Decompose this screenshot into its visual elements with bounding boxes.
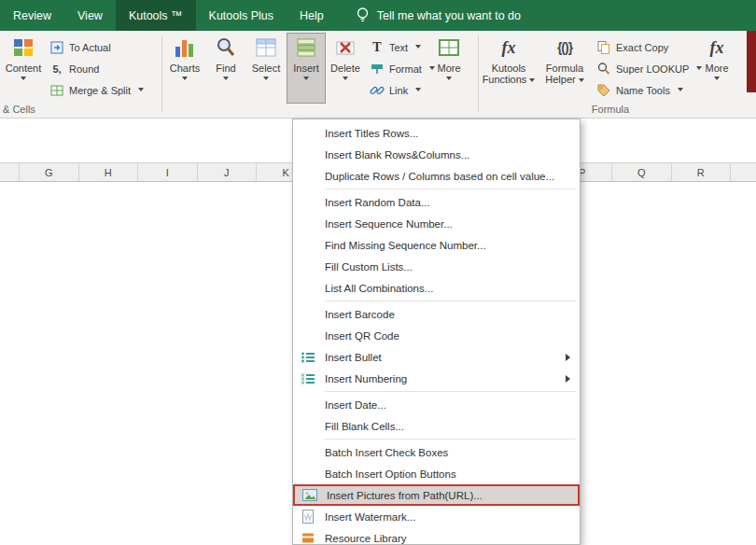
column-header[interactable]: G [20,163,79,181]
menu-item-insert-sequence-number[interactable]: Insert Sequence Number... [293,213,580,234]
menu-separator [325,189,576,189]
formula-group-label: Formula [480,104,741,118]
formula-group-content: fx Kutools Functions {()} Formula Helper… [480,31,741,104]
column-header[interactable]: R [672,163,732,181]
ribbon-group-editing: Charts Find Select I [163,31,477,118]
select-icon [254,35,278,60]
charts-icon [173,35,197,60]
find-button[interactable]: Find [206,33,245,104]
insert-button[interactable]: Insert [287,33,326,104]
blank-icon [301,169,317,184]
column-header[interactable]: J [198,163,258,181]
text-icon: T [370,40,385,55]
to-actual-icon [49,40,64,55]
menu-item-insert-qr-code[interactable]: Insert QR Code [293,325,580,346]
column-header[interactable]: I [138,163,198,181]
link-icon [370,83,385,98]
blank-icon [301,445,317,460]
blank-icon [301,238,317,253]
more-formula-button[interactable]: fx More [696,33,737,104]
ribbon: Content To Actual 5, Round [0,31,756,119]
delete-icon [333,35,357,60]
name-tools-button[interactable]: Name Tools [592,79,696,101]
format-icon [370,62,385,77]
kutools-functions-button[interactable]: fx Kutools Functions [480,33,538,104]
blank-icon [301,281,317,296]
blank-icon [301,419,317,434]
menu-item-batch-insert-check-boxes[interactable]: Batch Insert Check Boxes [293,441,580,463]
menu-item-insert-pictures-from-path-url[interactable]: Insert Pictures from Path(URL)... [293,484,580,506]
to-actual-label: To Actual [69,42,111,53]
super-lookup-button[interactable]: Super LOOKUP [592,58,696,79]
table-grid-icon [437,35,461,60]
editing-group-label [163,104,477,118]
charts-label: Charts [170,63,200,74]
menu-item-insert-titles-rows[interactable]: Insert Titles Rows... [293,122,580,144]
menu-separator [325,439,576,440]
chevron-down-icon [223,77,229,80]
tab-kutools-plus-label: Kutools Plus [209,9,273,22]
column-header[interactable]: H [79,163,139,181]
tab-kutools[interactable]: Kutools ™ [116,0,196,31]
tell-me-box[interactable]: Tell me what you want to do [356,0,521,31]
round-button[interactable]: 5, Round [45,58,148,79]
content-button[interactable]: Content [2,33,45,104]
menu-item-insert-date[interactable]: Insert Date... [293,394,580,415]
menu-item-insert-bullet[interactable]: Insert Bullet [293,346,580,368]
menu-item-insert-barcode[interactable]: Insert Barcode [293,303,580,325]
menu-item-duplicate-rows-columns[interactable]: Duplicate Rows / Columns based on cell v… [293,165,580,187]
tab-review[interactable]: Review [0,0,64,31]
text-button[interactable]: T Text [365,36,425,58]
tab-view[interactable]: View [64,0,116,31]
merge-split-label: Merge & Split [69,85,131,96]
exact-copy-label: Exact Copy [616,42,668,53]
blank-icon [301,259,317,274]
cells-small-stack: To Actual 5, Round Merge & Split [45,33,148,101]
formula-helper-button[interactable]: {()} Formula Helper [538,33,592,104]
chevron-down-icon [415,45,421,49]
editing-small-stack: T Text Format Link [365,33,425,101]
blank-icon [301,467,317,482]
lightbulb-icon [356,7,370,23]
chevron-down-icon [714,77,720,80]
delete-button[interactable]: Delete [326,33,365,104]
bullet-list-icon [301,350,317,365]
numbered-list-icon [301,371,317,386]
menu-item-insert-blank-rows-columns[interactable]: Insert Blank Rows&Columns... [293,144,580,165]
menu-item-fill-custom-lists[interactable]: Fill Custom Lists... [293,256,580,277]
exact-copy-button[interactable]: Exact Copy [592,36,696,58]
more-editing-button[interactable]: More [425,33,473,104]
menu-item-insert-random-data[interactable]: Insert Random Data... [293,191,580,213]
menu-item-resource-library[interactable]: Resource Library [293,527,580,545]
menu-item-insert-numbering[interactable]: Insert Numbering [293,368,580,389]
find-label: Find [216,63,235,74]
ribbon-tab-bar: Review View Kutools ™ Kutools Plus Help … [0,0,756,31]
select-button[interactable]: Select [245,33,287,104]
text-label: Text [389,42,408,53]
braces-icon: {()} [553,35,577,60]
format-button[interactable]: Format [365,58,425,79]
merge-split-button[interactable]: Merge & Split [45,79,148,101]
blank-icon [301,195,317,210]
menu-item-list-all-combinations[interactable]: List All Combinations... [293,277,580,299]
tab-kutools-plus[interactable]: Kutools Plus [196,0,287,31]
content-label: Content [6,63,42,74]
link-button[interactable]: Link [365,79,425,101]
menu-item-insert-watermark[interactable]: Insert Watermark... [293,506,580,527]
menu-item-batch-insert-option-buttons[interactable]: Batch Insert Option Buttons [293,463,580,484]
tell-me-label: Tell me what you want to do [377,9,521,22]
to-actual-button[interactable]: To Actual [45,36,148,58]
charts-button[interactable]: Charts [163,33,206,104]
insert-label: Insert [293,63,319,74]
tab-help[interactable]: Help [287,0,337,31]
blank-icon [301,217,317,231]
ranges-cells-group-content: Content To Actual 5, Round [2,31,161,104]
column-header-partial[interactable] [0,163,20,181]
link-label: Link [389,85,408,96]
format-label: Format [389,63,422,75]
chevron-down-icon [182,77,188,80]
menu-item-fill-blank-cells[interactable]: Fill Blank Cells... [293,415,580,437]
menu-item-find-missing-sequence-number[interactable]: Find Missing Sequence Number... [293,234,580,256]
ribbon-group-ranges-cells: Content To Actual 5, Round [2,31,161,118]
column-header[interactable]: Q [612,163,672,181]
